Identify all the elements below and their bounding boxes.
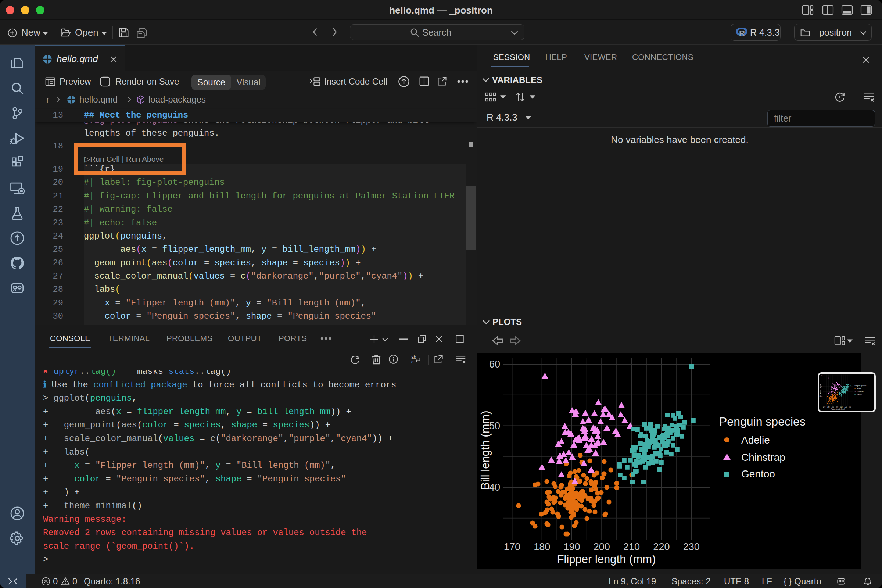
svg-text:210: 210: [623, 542, 640, 552]
svg-text:170: 170: [504, 542, 520, 552]
svg-text:Chinstrap: Chinstrap: [741, 452, 785, 463]
svg-text:220: 220: [653, 542, 670, 552]
svg-text:R: R: [739, 28, 745, 37]
svg-text:180: 180: [534, 542, 550, 552]
svg-text:c: c: [411, 359, 413, 364]
svg-text:60: 60: [489, 358, 500, 370]
svg-text:Penguin species: Penguin species: [719, 415, 806, 428]
svg-text:190: 190: [563, 542, 580, 552]
svg-text:Adelie: Adelie: [741, 434, 770, 446]
svg-text:230: 230: [683, 542, 700, 552]
svg-text:200: 200: [594, 542, 610, 552]
svg-text:Flipper length (mm): Flipper length (mm): [557, 553, 656, 566]
svg-text:Bill length (mm): Bill length (mm): [479, 411, 492, 489]
svg-text:Gentoo: Gentoo: [741, 468, 775, 480]
